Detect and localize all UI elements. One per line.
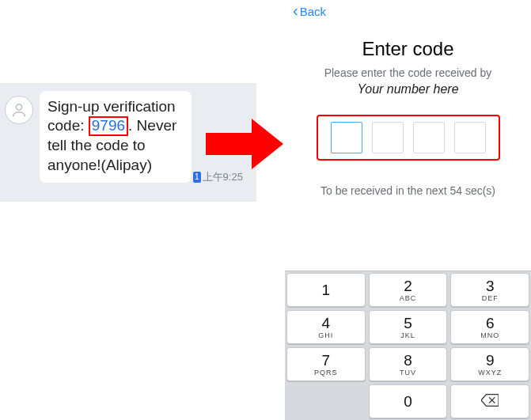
- recipient-number: Your number here: [285, 82, 531, 96]
- sms-bubble: Sign-up verification code: 9796. Never t…: [40, 91, 192, 183]
- sms-time-text: 上午9:25: [203, 170, 243, 184]
- svg-point-0: [16, 104, 21, 110]
- avatar-icon: [5, 96, 33, 124]
- keypad-3[interactable]: 3DEF: [450, 273, 529, 307]
- keypad-4[interactable]: 4GHI: [286, 310, 366, 344]
- countdown-text: To be received in the next 54 sec(s): [285, 184, 531, 197]
- page-title: Enter code: [285, 38, 531, 60]
- verification-code: 9796: [89, 116, 128, 136]
- code-entry-screen: ‹ Back Enter code Please enter the code …: [285, 0, 531, 420]
- keypad-blank: [286, 384, 366, 418]
- code-digit-2[interactable]: [372, 122, 404, 153]
- chevron-left-icon: ‹: [293, 5, 298, 17]
- keypad-6[interactable]: 6MNO: [450, 310, 529, 344]
- sms-timestamp: 1 上午9:25: [193, 170, 243, 184]
- keypad-8[interactable]: 8TUV: [369, 347, 448, 381]
- code-digit-4[interactable]: [454, 122, 486, 153]
- backspace-icon: [481, 394, 499, 410]
- code-digit-3[interactable]: [413, 122, 445, 153]
- keypad-delete[interactable]: [450, 384, 529, 418]
- back-label: Back: [300, 5, 326, 18]
- keypad-5[interactable]: 5JKL: [369, 310, 448, 344]
- keypad-1[interactable]: 1: [286, 273, 366, 307]
- keypad-9[interactable]: 9WXYZ: [450, 347, 529, 381]
- arrow-icon: [206, 119, 285, 169]
- keypad-7[interactable]: 7PQRS: [286, 347, 366, 381]
- code-input-group: [317, 115, 500, 161]
- back-button[interactable]: ‹ Back: [293, 5, 326, 18]
- subtitle: Please enter the code received by: [285, 66, 531, 79]
- code-digit-1[interactable]: [331, 122, 362, 153]
- keypad-2[interactable]: 2ABC: [369, 273, 448, 307]
- numeric-keypad: 1 2ABC 3DEF 4GHI 5JKL 6MNO 7PQRS 8TUV 9W…: [285, 271, 531, 420]
- sim-badge: 1: [193, 172, 201, 183]
- keypad-0[interactable]: 0: [369, 384, 448, 418]
